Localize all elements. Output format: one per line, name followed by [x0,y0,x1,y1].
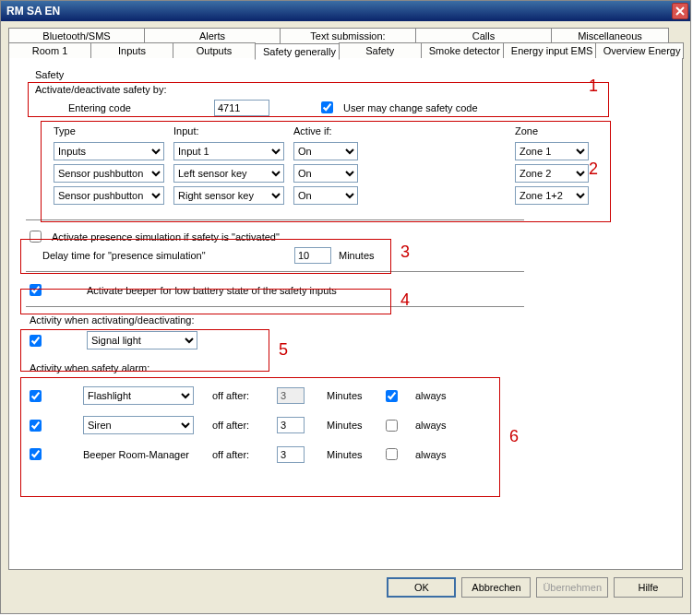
apply-button[interactable]: Übernehmen [536,577,608,598]
tabstrip: Bluetooth/SMSAlertsText submission:Calls… [8,27,683,58]
hdr-type: Type [54,125,173,140]
zone-select[interactable]: Zone 1 [515,142,589,160]
activity-alarm-label: Activity when safety alarm: [26,362,665,375]
ann-5: 5 [279,340,288,360]
tab-page: Safety Activate/deactivate safety by: En… [8,58,683,570]
tab-outputs[interactable]: Outputs [173,42,256,59]
alarm-enable-checkbox[interactable] [30,448,42,460]
battery-beeper-label: Activate beeper for low battery state of… [87,285,337,296]
activate-fieldset-label: Activate/deactivate safety by: [31,84,665,97]
ann-6: 6 [509,427,519,446]
input-select[interactable]: Right sensor key [173,186,284,205]
tab-energy-input-ems[interactable]: Energy input EMS [503,42,596,59]
alarm-device-select[interactable]: Siren [83,416,194,434]
alarm-device-label: Beeper Room-Manager [83,449,194,460]
ann-3: 3 [400,243,410,262]
zone-select[interactable]: Zone 1+2 [515,186,589,205]
tab-alerts[interactable]: Alerts [144,28,281,43]
zone-select[interactable]: Zone 2 [515,164,589,183]
tab-inputs[interactable]: Inputs [90,42,173,59]
type-select[interactable]: Sensor pushbutton [54,164,164,183]
alarm-row: Sirenoff after:Minutesalways [26,414,450,436]
off-after-input[interactable] [277,387,305,404]
type-select[interactable]: Sensor pushbutton [54,186,164,205]
minutes-label: Minutes [327,390,363,401]
trigger-row: Sensor pushbuttonRight sensor keyOnZone … [54,184,592,207]
always-checkbox[interactable] [386,448,398,460]
ann-1: 1 [589,77,598,96]
tab-overview-energy[interactable]: Overview Energy [595,42,684,59]
tab-smoke-detector[interactable]: Smoke detector [421,42,504,59]
help-button[interactable]: Hilfe [614,577,683,598]
presence-delay-input[interactable] [294,247,331,264]
code-input[interactable] [214,100,269,116]
alarm-device-select[interactable]: Flashlight [83,386,194,405]
always-checkbox[interactable] [386,390,398,402]
hdr-zone: Zone [515,125,592,140]
off-after-label: off after: [212,449,249,460]
tab-bluetooth-sms[interactable]: Bluetooth/SMS [8,28,145,43]
entering-code-label: Entering code [68,102,207,113]
user-may-change-label: User may change safety code [343,102,478,113]
hdr-input: Input: [173,125,293,140]
activity-activating-label: Activity when activating/deactivating: [26,314,665,327]
active-select[interactable]: On [293,186,358,205]
alarm-enable-checkbox[interactable] [30,390,42,402]
ann-2: 2 [589,160,598,179]
button-bar: OK Abbrechen Übernehmen Hilfe [8,570,683,605]
minutes-label: Minutes [327,449,363,460]
type-select[interactable]: Inputs [54,142,164,160]
active-select[interactable]: On [293,142,358,160]
trigger-row: Sensor pushbuttonLeft sensor keyOnZone 2 [54,162,592,184]
tab-calls[interactable]: Calls [415,28,552,43]
activity-activating-select[interactable]: Signal light [87,331,197,349]
battery-beeper-checkbox[interactable] [30,284,42,296]
presence-delay-unit: Minutes [339,250,375,261]
tab-room-1[interactable]: Room 1 [8,42,91,59]
active-select[interactable]: On [293,164,358,183]
off-after-label: off after: [212,420,249,431]
input-select[interactable]: Input 1 [173,142,284,160]
input-select[interactable]: Left sensor key [173,164,284,183]
titlebar: RM SA EN [1,1,690,21]
client-area: Bluetooth/SMSAlertsText submission:Calls… [1,21,690,613]
always-label: always [415,449,447,460]
tab-safety[interactable]: Safety [339,42,422,59]
alarm-enable-checkbox[interactable] [30,420,42,432]
presence-delay-label: Delay time for "presence simulation" [26,250,287,261]
user-may-change-checkbox[interactable] [321,101,333,113]
trigger-row: InputsInput 1OnZone 1 [54,140,592,162]
ann-4: 4 [400,290,410,310]
app-window: RM SA EN Bluetooth/SMSAlertsText submiss… [0,0,691,614]
off-after-input[interactable] [277,417,305,433]
minutes-label: Minutes [327,420,363,431]
off-after-label: off after: [212,390,249,401]
tab-text-submission-[interactable]: Text submission: [280,28,416,43]
ok-button[interactable]: OK [387,577,456,598]
close-button[interactable] [672,3,688,19]
always-label: always [415,390,447,401]
off-after-input[interactable] [277,446,305,463]
safety-header: Safety [35,69,665,80]
alarm-row: Beeper Room-Manageroff after:Minutesalwa… [26,444,450,465]
alarm-row: Flashlightoff after:Minutesalways [26,385,450,407]
always-checkbox[interactable] [386,420,398,432]
tab-safety-generally[interactable]: Safety generally [255,43,340,60]
window-title: RM SA EN [6,5,60,18]
always-label: always [415,420,447,431]
presence-sim-label: Activate presence simulation if safety i… [52,231,280,243]
tab-miscellaneous[interactable]: Miscellaneous [551,28,669,43]
hdr-active: Active if: [293,125,376,140]
activity-activating-checkbox[interactable] [30,335,42,347]
presence-sim-checkbox[interactable] [30,231,42,243]
cancel-button[interactable]: Abbrechen [461,577,531,598]
